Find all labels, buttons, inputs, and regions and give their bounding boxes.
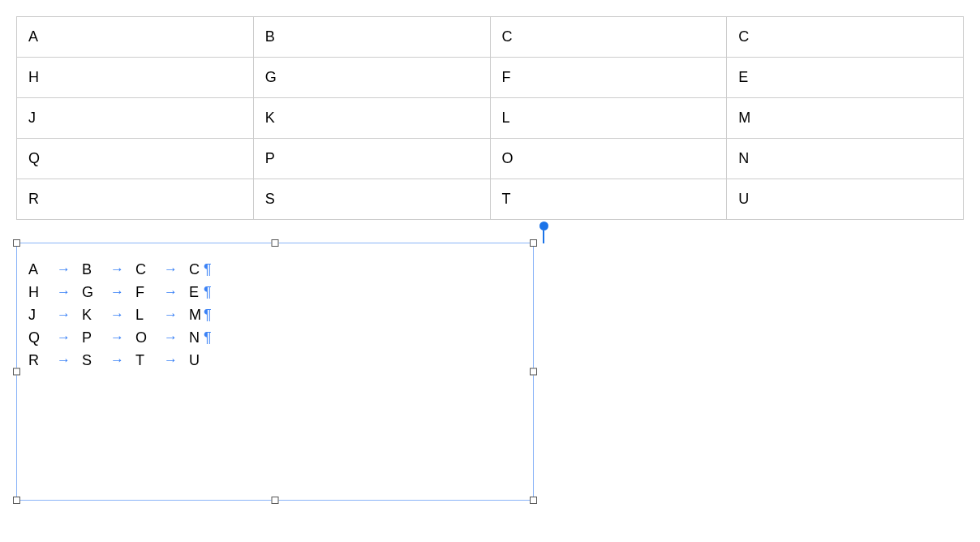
tab-arrow-icon: →: [45, 349, 82, 372]
table-cell[interactable]: T: [490, 179, 727, 220]
tab-arrow-icon: →: [152, 303, 189, 326]
text-char[interactable]: A: [28, 258, 45, 281]
table-cell[interactable]: C: [727, 17, 964, 58]
text-char[interactable]: H: [28, 281, 45, 303]
text-char[interactable]: B: [82, 258, 98, 281]
table-row[interactable]: J K L M: [17, 98, 964, 139]
table-cell[interactable]: M: [727, 98, 964, 139]
text-char[interactable]: U: [189, 349, 205, 372]
resize-handle-middle-right[interactable]: [530, 368, 537, 376]
table-cell[interactable]: J: [17, 98, 254, 139]
resize-handle-bottom-middle[interactable]: [272, 497, 279, 504]
table-cell[interactable]: Q: [17, 139, 254, 179]
text-frame[interactable]: A → B → C → C ¶ H → G → F → E ¶ J → K → …: [16, 243, 534, 501]
tab-arrow-icon: →: [45, 326, 82, 349]
table-cell[interactable]: S: [253, 179, 490, 220]
text-char[interactable]: C: [135, 258, 152, 281]
table-cell[interactable]: H: [17, 58, 254, 98]
text-line[interactable]: J → K → L → M ¶: [28, 303, 522, 326]
text-line[interactable]: H → G → F → E ¶: [28, 281, 522, 303]
rotation-handle-dot[interactable]: [539, 222, 548, 230]
tab-arrow-icon: →: [45, 303, 82, 326]
resize-handle-top-right[interactable]: [530, 239, 537, 247]
text-char[interactable]: L: [135, 303, 152, 326]
table-cell[interactable]: N: [727, 139, 964, 179]
table-cell[interactable]: E: [727, 58, 964, 98]
table-cell[interactable]: P: [253, 139, 490, 179]
text-frame-container: A → B → C → C ¶ H → G → F → E ¶ J → K → …: [16, 243, 534, 501]
table-cell[interactable]: B: [253, 17, 490, 58]
text-char[interactable]: J: [28, 303, 45, 326]
text-char[interactable]: S: [82, 349, 98, 372]
table-cell[interactable]: G: [253, 58, 490, 98]
table-row[interactable]: H G F E: [17, 58, 964, 98]
text-char[interactable]: O: [135, 326, 152, 349]
rotation-handle-stem: [543, 230, 544, 243]
pilcrow-icon: ¶: [204, 258, 212, 281]
table-cell[interactable]: R: [17, 179, 254, 220]
tab-arrow-icon: →: [45, 258, 82, 281]
tab-arrow-icon: →: [45, 281, 82, 303]
text-char[interactable]: Q: [28, 326, 45, 349]
table-cell[interactable]: L: [490, 98, 727, 139]
table-cell[interactable]: C: [490, 17, 727, 58]
tab-arrow-icon: →: [98, 326, 135, 349]
pilcrow-icon: ¶: [204, 326, 212, 349]
tab-arrow-icon: →: [98, 303, 135, 326]
text-char[interactable]: F: [135, 281, 152, 303]
resize-handle-bottom-left[interactable]: [13, 497, 20, 504]
table-cell[interactable]: A: [17, 17, 254, 58]
tab-arrow-icon: →: [152, 326, 189, 349]
resize-handle-middle-left[interactable]: [13, 368, 20, 376]
data-table[interactable]: A B C C H G F E J K L M Q P O N R S T U: [16, 16, 964, 220]
table-cell[interactable]: F: [490, 58, 727, 98]
text-char[interactable]: P: [82, 326, 98, 349]
tab-arrow-icon: →: [152, 281, 189, 303]
text-char[interactable]: C: [189, 258, 205, 281]
table-row[interactable]: R S T U: [17, 179, 964, 220]
text-char[interactable]: R: [28, 349, 45, 372]
resize-handle-bottom-right[interactable]: [530, 497, 537, 504]
resize-handle-top-left[interactable]: [13, 239, 20, 247]
table-row[interactable]: Q P O N: [17, 139, 964, 179]
text-char[interactable]: K: [82, 303, 98, 326]
tab-arrow-icon: →: [152, 258, 189, 281]
pilcrow-icon: ¶: [204, 303, 212, 326]
resize-handle-top-middle[interactable]: [272, 239, 279, 247]
tab-arrow-icon: →: [98, 258, 135, 281]
tab-arrow-icon: →: [98, 281, 135, 303]
table-cell[interactable]: O: [490, 139, 727, 179]
pilcrow-icon: ¶: [204, 281, 212, 303]
table-cell[interactable]: K: [253, 98, 490, 139]
text-line[interactable]: R → S → T → U: [28, 349, 522, 372]
text-line[interactable]: Q → P → O → N ¶: [28, 326, 522, 349]
text-char[interactable]: N: [189, 326, 205, 349]
text-char[interactable]: M: [189, 303, 205, 326]
rotation-handle[interactable]: [539, 222, 548, 243]
table-cell[interactable]: U: [727, 179, 964, 220]
text-char[interactable]: E: [189, 281, 205, 303]
tab-arrow-icon: →: [152, 349, 189, 372]
table-row[interactable]: A B C C: [17, 17, 964, 58]
text-char[interactable]: T: [135, 349, 152, 372]
tab-arrow-icon: →: [98, 349, 135, 372]
text-char[interactable]: G: [82, 281, 98, 303]
text-line[interactable]: A → B → C → C ¶: [28, 258, 522, 281]
